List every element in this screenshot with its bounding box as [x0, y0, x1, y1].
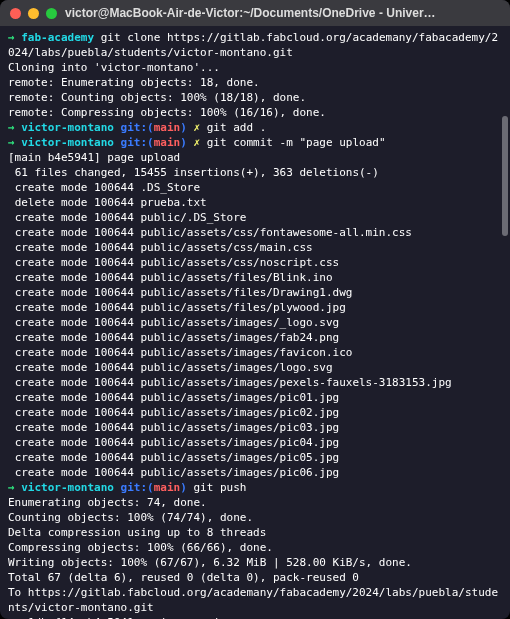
output-line: create mode 100644 public/assets/images/…	[8, 405, 502, 420]
commit-head: [main b4e5941] page upload	[8, 150, 502, 165]
git-label: git:(	[121, 481, 154, 494]
prompt-line: → victor-montano git:(main) ✗ git commit…	[8, 135, 502, 150]
prompt-dir: victor-montano	[21, 121, 114, 134]
output-line: create mode 100644 public/assets/images/…	[8, 330, 502, 345]
output-line: create mode 100644 public/assets/images/…	[8, 315, 502, 330]
output-line: create mode 100644 public/assets/images/…	[8, 390, 502, 405]
git-branch: main	[154, 481, 181, 494]
output-line: remote: Compressing objects: 100% (16/16…	[8, 105, 502, 120]
output-line: remote: Enumerating objects: 18, done.	[8, 75, 502, 90]
output-line: Compressing objects: 100% (66/66), done.	[8, 540, 502, 555]
prompt-dir: fab-academy	[21, 31, 94, 44]
output-line: Cloning into 'victor-montano'...	[8, 60, 502, 75]
git-close: )	[180, 481, 187, 494]
output-line: create mode 100644 public/assets/images/…	[8, 450, 502, 465]
dirty-icon: ✗	[187, 136, 200, 149]
output-line: Total 67 (delta 6), reused 0 (delta 0), …	[8, 570, 502, 585]
output-line: To https://gitlab.fabcloud.org/academany…	[8, 585, 502, 615]
output-line: create mode 100644 .DS_Store	[8, 180, 502, 195]
prompt-dir: victor-montano	[21, 136, 114, 149]
output-line: create mode 100644 public/.DS_Store	[8, 210, 502, 225]
clone-output: Cloning into 'victor-montano'...remote: …	[8, 60, 502, 120]
git-branch: main	[154, 136, 181, 149]
output-line: create mode 100644 public/assets/css/nos…	[8, 255, 502, 270]
output-line: delete mode 100644 prueba.txt	[8, 195, 502, 210]
scrollbar-thumb[interactable]	[502, 116, 508, 236]
output-line: 1dbcf14..b4e5941 main -> main	[8, 615, 502, 619]
commit-summary: 61 files changed, 15455 insertions(+), 3…	[8, 165, 502, 180]
git-label: git:(	[121, 136, 154, 149]
command-text: git add .	[200, 121, 266, 134]
commit-output: create mode 100644 .DS_Store delete mode…	[8, 180, 502, 480]
output-line: create mode 100644 public/assets/css/fon…	[8, 225, 502, 240]
traffic-lights	[10, 8, 57, 19]
prompt-line: → victor-montano git:(main) ✗ git add .	[8, 120, 502, 135]
output-line: create mode 100644 public/assets/files/B…	[8, 270, 502, 285]
output-line: create mode 100644 public/assets/images/…	[8, 465, 502, 480]
output-line: create mode 100644 public/assets/images/…	[8, 360, 502, 375]
prompt-arrow-icon: →	[8, 136, 21, 149]
git-close: )	[180, 121, 187, 134]
git-branch: main	[154, 121, 181, 134]
output-line: Delta compression using up to 8 threads	[8, 525, 502, 540]
zoom-icon[interactable]	[46, 8, 57, 19]
prompt-arrow-icon: →	[8, 121, 21, 134]
output-line: create mode 100644 public/assets/images/…	[8, 375, 502, 390]
close-icon[interactable]	[10, 8, 21, 19]
push-output: Enumerating objects: 74, done.Counting o…	[8, 495, 502, 619]
output-line: create mode 100644 public/assets/files/p…	[8, 300, 502, 315]
command-text: git commit -m "page upload"	[200, 136, 385, 149]
terminal-window: victor@MacBook-Air-de-Victor:~/Documents…	[0, 0, 510, 619]
prompt-line: → fab-academy git clone https://gitlab.f…	[8, 30, 502, 60]
prompt-dir: victor-montano	[21, 481, 114, 494]
output-line: create mode 100644 public/assets/images/…	[8, 345, 502, 360]
output-line: Writing objects: 100% (67/67), 6.32 MiB …	[8, 555, 502, 570]
window-title: victor@MacBook-Air-de-Victor:~/Documents…	[57, 6, 450, 21]
output-line: remote: Counting objects: 100% (18/18), …	[8, 90, 502, 105]
git-label: git:(	[121, 121, 154, 134]
terminal-body[interactable]: → fab-academy git clone https://gitlab.f…	[0, 26, 510, 619]
titlebar[interactable]: victor@MacBook-Air-de-Victor:~/Documents…	[0, 0, 510, 26]
output-line: create mode 100644 public/assets/images/…	[8, 435, 502, 450]
output-line: Counting objects: 100% (74/74), done.	[8, 510, 502, 525]
prompt-arrow-icon: →	[8, 31, 21, 44]
dirty-icon: ✗	[187, 121, 200, 134]
output-line: create mode 100644 public/assets/files/D…	[8, 285, 502, 300]
minimize-icon[interactable]	[28, 8, 39, 19]
prompt-arrow-icon: →	[8, 481, 21, 494]
git-close: )	[180, 136, 187, 149]
output-line: create mode 100644 public/assets/images/…	[8, 420, 502, 435]
prompt-line: → victor-montano git:(main) git push	[8, 480, 502, 495]
output-line: create mode 100644 public/assets/css/mai…	[8, 240, 502, 255]
output-line: Enumerating objects: 74, done.	[8, 495, 502, 510]
command-text: git push	[187, 481, 247, 494]
